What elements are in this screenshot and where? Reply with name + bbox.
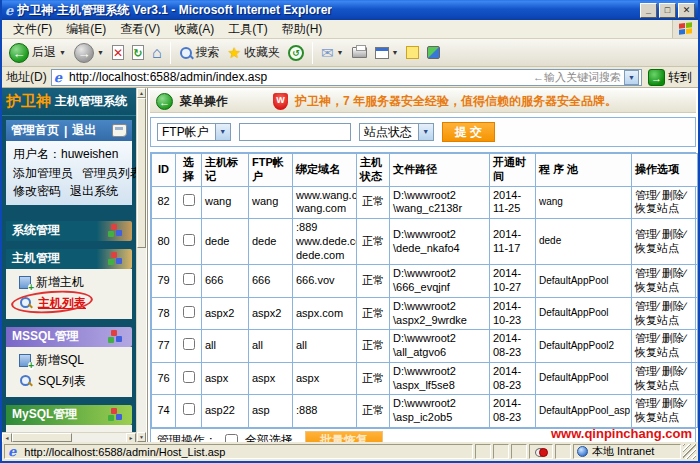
menu-item[interactable]: 工具(T) bbox=[221, 21, 274, 37]
sidebar-item[interactable]: 主机列表 bbox=[6, 293, 132, 314]
section-header[interactable]: MSSQL管理 bbox=[6, 327, 132, 347]
action-link[interactable]: 删除 bbox=[662, 300, 684, 312]
search-icon bbox=[179, 46, 193, 60]
select-all-checkbox[interactable] bbox=[225, 434, 238, 442]
cell-ftp: all bbox=[249, 330, 293, 363]
minimize-button[interactable]: _ bbox=[640, 3, 657, 18]
history-button[interactable]: ↺ bbox=[285, 44, 307, 62]
user-link[interactable]: 管理员列表 bbox=[82, 164, 136, 183]
action-link[interactable]: 恢复站点 bbox=[635, 242, 679, 254]
row-checkbox[interactable] bbox=[183, 338, 195, 350]
scroll-right-icon[interactable]: ► bbox=[126, 433, 136, 442]
action-link[interactable]: 管理 bbox=[635, 267, 657, 279]
computer-icon bbox=[112, 124, 127, 137]
section-header[interactable]: MySQL管理 bbox=[6, 405, 132, 425]
action-link[interactable]: 删除 bbox=[662, 332, 684, 344]
section-title: 系统管理 bbox=[12, 222, 60, 239]
edit-dropdown-icon[interactable]: ▼ bbox=[392, 49, 399, 56]
go-button[interactable]: → 转到 bbox=[646, 69, 694, 86]
section-items: 新增SQLSQL列表 bbox=[6, 347, 132, 397]
menu-item[interactable]: 收藏(A) bbox=[167, 21, 221, 37]
row-checkbox[interactable] bbox=[183, 371, 195, 383]
action-link[interactable]: 恢复站点 bbox=[635, 314, 679, 326]
mail-button[interactable]: ✉▼ bbox=[318, 44, 347, 61]
scroll-left-icon[interactable]: ◄ bbox=[2, 433, 12, 442]
action-link[interactable]: 删除 bbox=[662, 397, 684, 409]
forward-dropdown-icon[interactable]: ▼ bbox=[97, 49, 104, 56]
menu-item[interactable]: 查看(V) bbox=[113, 21, 167, 37]
action-link[interactable]: 恢复站点 bbox=[635, 411, 679, 423]
scroll-thumb[interactable] bbox=[12, 433, 72, 442]
home-button[interactable]: ⌂ bbox=[149, 44, 165, 62]
sidebar-item[interactable]: 新增SQL bbox=[6, 350, 132, 371]
forward-button[interactable]: → ▼ bbox=[71, 42, 107, 64]
scroll-down-icon[interactable]: ▼ bbox=[137, 432, 146, 442]
row-checkbox[interactable] bbox=[183, 403, 195, 415]
close-button[interactable]: ✕ bbox=[678, 3, 695, 18]
messenger-button[interactable] bbox=[424, 45, 443, 60]
action-link[interactable]: 恢复站点 bbox=[635, 202, 679, 214]
user-link[interactable]: 添加管理员 bbox=[13, 164, 73, 183]
stop-button[interactable]: ✕ bbox=[109, 44, 127, 61]
section-items: 新增主机主机列表 bbox=[6, 269, 132, 319]
print-button[interactable] bbox=[349, 46, 370, 59]
submit-button[interactable]: 提 交 bbox=[442, 122, 495, 142]
action-link[interactable]: 删除 bbox=[662, 365, 684, 377]
address-field[interactable]: e http://localhost:6588/admin/index.asp … bbox=[51, 69, 642, 86]
search-button[interactable]: 搜索 bbox=[176, 43, 223, 62]
sidebar-vertical-scrollbar[interactable]: ▲ ▼ bbox=[136, 88, 146, 442]
row-checkbox[interactable] bbox=[183, 194, 195, 206]
refresh-button[interactable]: ↻ bbox=[129, 44, 147, 61]
action-link[interactable]: 删除 bbox=[662, 189, 684, 201]
row-checkbox[interactable] bbox=[183, 306, 195, 318]
section-header[interactable]: 主机管理 bbox=[6, 249, 132, 269]
favorites-button[interactable]: ★ 收藏夹 bbox=[225, 43, 283, 62]
action-link[interactable]: 恢复站点 bbox=[635, 281, 679, 293]
filter-keyword-input[interactable] bbox=[239, 123, 351, 141]
menu-back-icon[interactable]: ← bbox=[156, 93, 173, 110]
filter-status-select[interactable]: 站点状态 ▼ bbox=[359, 123, 434, 141]
action-link[interactable]: 管理 bbox=[635, 332, 657, 344]
back-button[interactable]: ← 后退 ▼ bbox=[6, 42, 69, 64]
sidebar-section: 主机管理新增主机主机列表 bbox=[2, 249, 136, 319]
notes-button[interactable] bbox=[403, 45, 422, 60]
sidebar-item[interactable]: SQL列表 bbox=[6, 371, 132, 392]
action-link[interactable]: 管理 bbox=[635, 365, 657, 377]
filter-type-select[interactable]: FTP帐户 ▼ bbox=[157, 123, 231, 141]
sidebar-horizontal-scrollbar[interactable]: ◄ ► bbox=[2, 432, 136, 442]
scroll-up-icon[interactable]: ▲ bbox=[137, 88, 146, 98]
admin-home-link[interactable]: 管理首页 bbox=[11, 122, 59, 139]
edit-button[interactable]: ▼ bbox=[372, 46, 402, 60]
cell-id: 76 bbox=[152, 362, 176, 395]
address-dropdown-icon[interactable]: ▼ bbox=[624, 70, 639, 85]
user-link[interactable]: 退出系统 bbox=[70, 182, 118, 201]
action-link[interactable]: 删除 bbox=[662, 267, 684, 279]
action-link[interactable]: 删除 bbox=[662, 228, 684, 240]
menu-item[interactable]: 文件(F) bbox=[6, 21, 59, 37]
menu-item[interactable]: 帮助(H) bbox=[275, 21, 330, 37]
action-link[interactable]: 恢复站点 bbox=[635, 379, 679, 391]
row-checkbox[interactable] bbox=[183, 234, 195, 246]
action-link[interactable]: 管理 bbox=[635, 397, 657, 409]
section-header[interactable]: 系统管理 bbox=[6, 221, 132, 241]
scroll-track[interactable] bbox=[137, 98, 146, 432]
batch-restore-button[interactable]: 批量恢复 bbox=[305, 431, 383, 442]
filter-bar: FTP帐户 ▼ 站点状态 ▼ 提 交 bbox=[150, 117, 696, 147]
logout-link[interactable]: 退出 bbox=[72, 122, 96, 139]
resize-grip[interactable] bbox=[683, 444, 696, 459]
maximize-button[interactable]: □ bbox=[659, 3, 676, 18]
privacy-eye-icon bbox=[535, 447, 548, 457]
action-link[interactable]: 管理 bbox=[635, 300, 657, 312]
action-link[interactable]: 管理 bbox=[635, 228, 657, 240]
mail-dropdown-icon[interactable]: ▼ bbox=[337, 49, 344, 56]
back-dropdown-icon[interactable]: ▼ bbox=[59, 49, 66, 56]
row-checkbox[interactable] bbox=[183, 273, 195, 285]
user-link[interactable]: 修改密码 bbox=[13, 182, 61, 201]
menu-item[interactable]: 编辑(E) bbox=[59, 21, 113, 37]
scroll-thumb[interactable] bbox=[137, 98, 146, 248]
action-link[interactable]: 恢复站点 bbox=[635, 346, 679, 358]
sidebar-item[interactable]: 新增主机 bbox=[6, 272, 132, 293]
privacy-report-segment[interactable] bbox=[529, 444, 553, 459]
host-table: ID选择主机标记FTP帐户绑定域名主机状态文件路径开通时间程 序 池操作选项 8… bbox=[151, 153, 698, 428]
action-link[interactable]: 管理 bbox=[635, 189, 657, 201]
